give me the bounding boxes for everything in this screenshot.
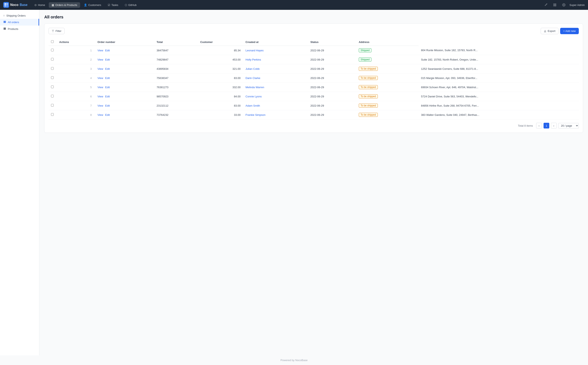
view-link[interactable]: View xyxy=(98,86,103,89)
settings-icon-btn[interactable] xyxy=(560,2,567,8)
sidebar-item-products[interactable]: Products xyxy=(0,26,39,32)
row-total: 83.00 xyxy=(198,73,243,83)
customer-link[interactable]: Connie Lyons xyxy=(246,95,262,98)
edit-link[interactable]: Edit xyxy=(105,77,110,80)
export-button[interactable]: Export xyxy=(541,28,559,34)
status-badge: Shipped xyxy=(359,57,371,62)
row-number: 4 xyxy=(57,73,95,83)
edit-link[interactable]: Edit xyxy=(105,113,110,116)
row-checkbox xyxy=(49,101,57,110)
filter-button[interactable]: Filter xyxy=(49,28,65,34)
svg-point-8 xyxy=(563,5,564,5)
nav-github[interactable]: ⬡ GitHub xyxy=(122,2,139,8)
row-created-at: 2022-06-29 xyxy=(308,64,356,73)
orders-table: Actions Order number Total Customer Crea… xyxy=(49,38,579,119)
row-select-checkbox[interactable] xyxy=(51,104,54,107)
row-total: 83.00 xyxy=(198,101,243,110)
row-select-checkbox[interactable] xyxy=(51,95,54,97)
orders-icon: ▦ xyxy=(52,3,54,7)
row-number: 8 xyxy=(57,110,95,119)
view-link[interactable]: View xyxy=(98,113,103,116)
row-select-checkbox[interactable] xyxy=(51,85,54,88)
view-link[interactable]: View xyxy=(98,58,103,61)
row-status: To be shipped xyxy=(356,73,419,83)
row-total: 33.00 xyxy=(198,110,243,119)
logo[interactable]: NocoBase xyxy=(3,2,28,8)
customers-icon: 👤 xyxy=(84,3,87,7)
row-select-checkbox[interactable] xyxy=(51,113,54,116)
row-status: To be shipped xyxy=(356,92,419,101)
row-number: 3 xyxy=(57,64,95,73)
row-address: 804 Runte Mission, Suite 182, 15783, Nor… xyxy=(419,46,579,55)
view-link[interactable]: View xyxy=(98,104,103,107)
row-status: To be shipped xyxy=(356,110,419,119)
edit-link[interactable]: Edit xyxy=(105,86,110,89)
edit-link[interactable]: Edit xyxy=(105,58,110,61)
row-customer: Julian Cobb xyxy=(243,64,308,73)
toolbar-right: Export + Add new xyxy=(541,28,579,34)
table-header: Actions Order number Total Customer Crea… xyxy=(49,38,579,46)
customer-link[interactable]: Frankie Simpson xyxy=(246,113,266,116)
view-link[interactable]: View xyxy=(98,77,103,80)
apps-icon-btn[interactable] xyxy=(552,2,558,8)
home-icon: ⊙ xyxy=(34,3,37,7)
row-address: 1252 Swaniawski Corners, Suite 688, 8137… xyxy=(419,64,579,73)
row-select-checkbox[interactable] xyxy=(51,67,54,70)
view-link[interactable]: View xyxy=(98,49,103,52)
svg-rect-11 xyxy=(4,22,6,23)
table-row: 2 View Edit 74829847 453.00 Holly Perkin… xyxy=(49,55,579,64)
row-status: Shipped xyxy=(356,55,419,64)
row-select-checkbox[interactable] xyxy=(51,58,54,61)
customer-link[interactable]: Julian Cobb xyxy=(246,67,260,70)
svg-rect-0 xyxy=(5,3,6,5)
toolbar: Filter Export + Add new xyxy=(49,28,579,34)
row-select-checkbox[interactable] xyxy=(51,49,54,51)
row-select-checkbox[interactable] xyxy=(51,76,54,79)
row-actions: View Edit xyxy=(95,46,154,55)
row-status: To be shipped xyxy=(356,64,419,73)
nav-orders-products[interactable]: ▦ Orders & Products xyxy=(49,2,80,8)
edit-link[interactable]: Edit xyxy=(105,104,110,107)
edit-link[interactable]: Edit xyxy=(105,49,110,52)
svg-rect-6 xyxy=(554,5,555,6)
row-created-at: 2022-06-29 xyxy=(308,73,356,83)
svg-rect-12 xyxy=(4,28,6,28)
pencil-icon-btn[interactable] xyxy=(543,2,549,8)
row-created-at: 2022-06-29 xyxy=(308,55,356,64)
row-customer: Melinda Warren xyxy=(243,83,308,92)
user-label[interactable]: Super Admin xyxy=(570,3,585,7)
nav-right: Super Admin xyxy=(543,2,585,8)
customer-link[interactable]: Melinda Warren xyxy=(246,86,264,89)
nav-customers[interactable]: 👤 Customers xyxy=(81,2,104,8)
svg-rect-5 xyxy=(555,4,556,5)
edit-link[interactable]: Edit xyxy=(105,67,110,70)
page-1-button[interactable]: 1 xyxy=(544,123,549,128)
row-created-at: 2022-06-29 xyxy=(308,83,356,92)
header-checkbox-col xyxy=(49,38,57,46)
row-total: 453.00 xyxy=(198,55,243,64)
sidebar-item-shipping-orders[interactable]: ↑ Shipping Orders xyxy=(0,12,39,19)
page-size-select[interactable]: 20 / page 50 / page 100 / page xyxy=(558,123,579,128)
row-created-at: 2022-06-29 xyxy=(308,46,356,55)
row-checkbox xyxy=(49,92,57,101)
next-page-button[interactable]: › xyxy=(551,123,557,128)
customer-link[interactable]: Adam Smith xyxy=(246,104,260,107)
logo-base: Base xyxy=(20,3,28,7)
add-new-button[interactable]: + Add new xyxy=(560,28,579,34)
sidebar-item-all-orders[interactable]: All orders xyxy=(0,19,39,26)
view-link[interactable]: View xyxy=(98,95,103,98)
pagination-total: Total 8 items xyxy=(518,124,533,127)
header-customer: Customer xyxy=(198,38,243,46)
row-checkbox xyxy=(49,73,57,83)
prev-page-button[interactable]: ‹ xyxy=(536,123,542,128)
nav-home[interactable]: ⊙ Home xyxy=(32,2,48,8)
svg-rect-13 xyxy=(4,28,6,29)
row-actions: View Edit xyxy=(95,101,154,110)
customer-link[interactable]: Holly Perkins xyxy=(246,58,261,61)
select-all-checkbox[interactable] xyxy=(51,40,54,43)
customer-link[interactable]: Leonard Hayes xyxy=(246,49,263,52)
edit-link[interactable]: Edit xyxy=(105,95,110,98)
nav-tasks[interactable]: ☑ Tasks xyxy=(105,2,121,8)
customer-link[interactable]: Darin Clarke xyxy=(246,77,260,80)
view-link[interactable]: View xyxy=(98,67,103,70)
